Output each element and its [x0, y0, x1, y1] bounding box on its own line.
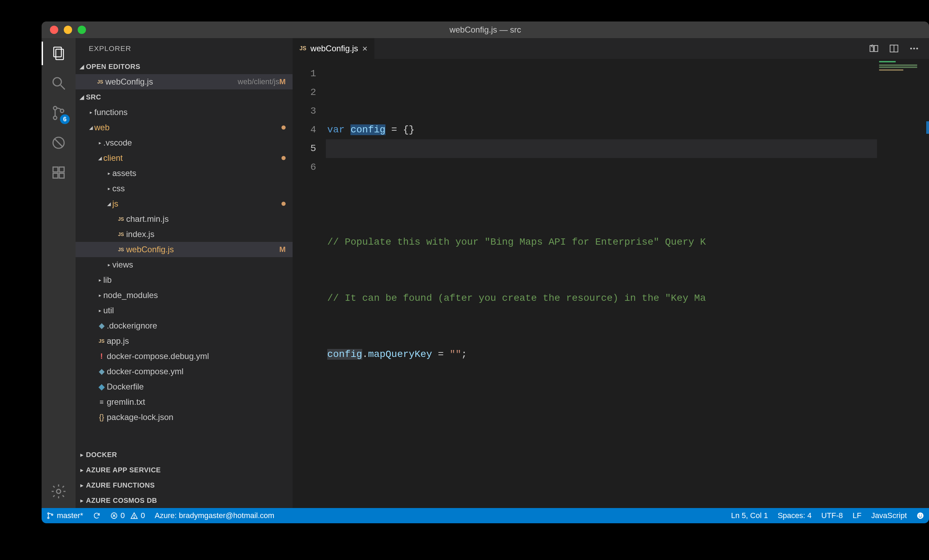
- file-tree: ▸functions ◢web ▸.vscode ◢client ▸assets…: [75, 105, 293, 425]
- eol-status[interactable]: LF: [848, 508, 867, 523]
- svg-point-13: [57, 489, 61, 493]
- azure-account-status[interactable]: Azure: bradymgaster@hotmail.com: [150, 508, 279, 523]
- svg-line-8: [54, 139, 63, 147]
- js-file-icon: JS: [95, 79, 105, 84]
- folder-views[interactable]: ▸views: [75, 257, 293, 272]
- code-content[interactable]: var config = {} // Populate this with yo…: [326, 59, 929, 508]
- debug-activity-icon[interactable]: [49, 133, 68, 153]
- workspace-folder-header[interactable]: ◢SRC: [75, 89, 293, 105]
- extensions-activity-icon[interactable]: [49, 163, 68, 182]
- language-mode-status[interactable]: JavaScript: [866, 508, 912, 523]
- js-file-icon: JS: [116, 247, 126, 252]
- azure-functions-panel-header[interactable]: ▸AZURE FUNCTIONS: [75, 477, 293, 493]
- explorer-sidebar: EXPLORER ◢OPEN EDITORS JS webConfig.js w…: [75, 38, 293, 508]
- docker-panel-header[interactable]: ▸DOCKER: [75, 447, 293, 462]
- file-gremlin-txt[interactable]: ≡gremlin.txt: [75, 394, 293, 410]
- problems-status[interactable]: 0 0: [105, 508, 150, 523]
- svg-point-5: [54, 116, 57, 119]
- open-editors-header[interactable]: ◢OPEN EDITORS: [75, 59, 293, 74]
- svg-rect-15: [874, 45, 878, 52]
- file-docker-compose[interactable]: ◆docker-compose.yml: [75, 364, 293, 379]
- indentation-status[interactable]: Spaces: 4: [773, 508, 816, 523]
- compare-changes-icon[interactable]: [869, 43, 879, 54]
- file-docker-compose-debug[interactable]: !docker-compose.debug.yml: [75, 349, 293, 364]
- svg-point-18: [910, 48, 912, 49]
- code-editor[interactable]: 1 2 3 4 5 6 var config = {} // Populate …: [293, 59, 929, 508]
- folder-lib[interactable]: ▸lib: [75, 272, 293, 288]
- svg-rect-1: [56, 49, 63, 60]
- cursor-position-status[interactable]: Ln 5, Col 1: [726, 508, 773, 523]
- folder-util[interactable]: ▸util: [75, 303, 293, 318]
- svg-point-28: [134, 517, 135, 518]
- text-file-icon: ≡: [97, 398, 107, 406]
- svg-point-23: [51, 514, 53, 515]
- folder-vscode[interactable]: ▸.vscode: [75, 135, 293, 150]
- folder-assets[interactable]: ▸assets: [75, 166, 293, 181]
- file-dockerfile[interactable]: ◆Dockerfile: [75, 379, 293, 394]
- modified-dot: [282, 156, 286, 160]
- titlebar: webConfig.js — src: [41, 21, 929, 38]
- scm-badge: 6: [60, 114, 70, 124]
- encoding-status[interactable]: UTF-8: [816, 508, 848, 523]
- svg-rect-12: [59, 173, 64, 178]
- svg-point-6: [60, 109, 64, 113]
- editor-area: JS webConfig.js × 1 2 3: [293, 38, 929, 508]
- file-chart-min-js[interactable]: JSchart.min.js: [75, 211, 293, 226]
- editor-tab-bar: JS webConfig.js ×: [293, 38, 929, 59]
- folder-functions[interactable]: ▸functions: [75, 105, 293, 120]
- split-editor-icon[interactable]: [889, 43, 899, 54]
- folder-css[interactable]: ▸css: [75, 181, 293, 196]
- search-activity-icon[interactable]: [49, 73, 68, 93]
- file-dockerignore[interactable]: ◆.dockerignore: [75, 318, 293, 334]
- file-package-lock[interactable]: {}package-lock.json: [75, 410, 293, 425]
- js-file-icon: JS: [97, 338, 107, 344]
- azure-cosmos-panel-header[interactable]: ▸AZURE COSMOS DB: [75, 493, 293, 508]
- sync-status[interactable]: [88, 508, 105, 523]
- folder-node-modules[interactable]: ▸node_modules: [75, 288, 293, 303]
- svg-point-29: [917, 513, 923, 519]
- tab-label: webConfig.js: [311, 44, 358, 54]
- more-actions-icon[interactable]: [909, 43, 919, 54]
- open-editor-item[interactable]: JS webConfig.js web/client/js M: [75, 74, 293, 89]
- docker-file-icon: ◆: [97, 367, 107, 376]
- svg-point-20: [916, 48, 918, 49]
- svg-point-21: [48, 513, 49, 514]
- svg-rect-11: [53, 173, 58, 178]
- svg-point-2: [53, 78, 61, 86]
- folder-client[interactable]: ◢client: [75, 150, 293, 166]
- window-title: webConfig.js — src: [41, 25, 929, 35]
- editor-tab-webconfig[interactable]: JS webConfig.js ×: [293, 38, 375, 59]
- folder-js[interactable]: ◢js: [75, 196, 293, 211]
- svg-rect-10: [59, 167, 64, 172]
- source-control-activity-icon[interactable]: 6: [49, 103, 68, 123]
- file-index-js[interactable]: JSindex.js: [75, 226, 293, 242]
- settings-activity-icon[interactable]: [49, 482, 68, 501]
- modified-dot: [282, 202, 286, 206]
- modified-indicator: M: [279, 245, 288, 254]
- js-file-icon: JS: [116, 216, 126, 222]
- close-tab-icon[interactable]: ×: [362, 43, 368, 54]
- git-branch-status[interactable]: master*: [41, 508, 88, 523]
- js-file-icon: JS: [299, 45, 307, 52]
- azure-app-service-panel-header[interactable]: ▸AZURE APP SERVICE: [75, 462, 293, 477]
- explorer-activity-icon[interactable]: [49, 44, 68, 63]
- svg-rect-9: [53, 167, 58, 172]
- svg-point-30: [919, 515, 920, 516]
- window-controls: [41, 26, 86, 34]
- minimize-window-button[interactable]: [64, 26, 72, 34]
- close-window-button[interactable]: [50, 26, 58, 34]
- feedback-icon[interactable]: [912, 508, 929, 523]
- file-app-js[interactable]: JSapp.js: [75, 334, 293, 349]
- docker-file-icon: ◆: [97, 382, 107, 392]
- modified-indicator: M: [279, 77, 288, 86]
- open-editor-path: web/client/js: [238, 77, 279, 86]
- file-webconfig-js[interactable]: JSwebConfig.jsM: [75, 242, 293, 257]
- svg-line-3: [61, 85, 65, 89]
- sidebar-title: EXPLORER: [75, 38, 293, 59]
- line-number-gutter: 1 2 3 4 5 6: [293, 59, 326, 508]
- vscode-window: webConfig.js — src 6: [41, 21, 929, 523]
- folder-web[interactable]: ◢web: [75, 120, 293, 135]
- svg-point-31: [921, 515, 922, 516]
- modified-dot: [282, 125, 286, 130]
- maximize-window-button[interactable]: [78, 26, 86, 34]
